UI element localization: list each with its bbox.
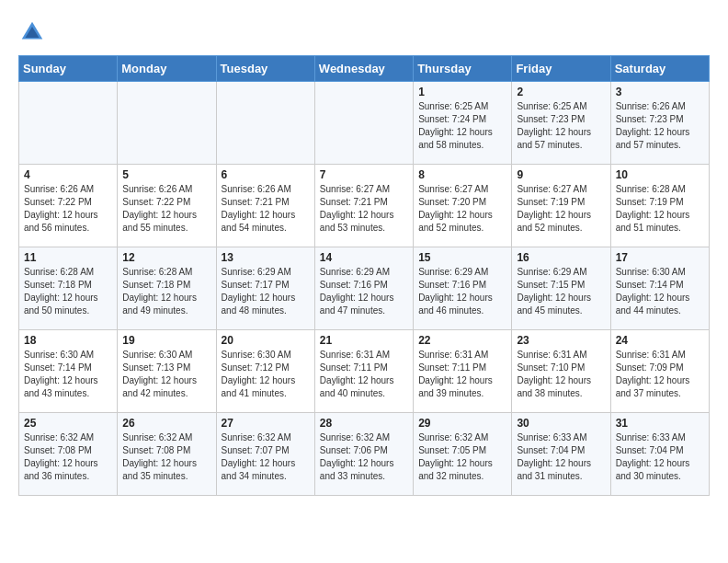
day-number: 2 — [517, 86, 605, 98]
calendar-cell — [216, 82, 314, 165]
day-of-week-header: Sunday — [19, 56, 118, 82]
day-number: 21 — [320, 334, 408, 347]
day-of-week-header: Thursday — [414, 56, 512, 82]
day-info: Sunrise: 6:31 AM Sunset: 7:09 PM Dayligh… — [616, 349, 704, 400]
day-number: 9 — [517, 168, 605, 181]
day-info: Sunrise: 6:33 AM Sunset: 7:04 PM Dayligh… — [616, 431, 704, 483]
day-number: 13 — [222, 251, 310, 264]
calendar-cell: 4Sunrise: 6:26 AM Sunset: 7:22 PM Daylig… — [19, 165, 118, 247]
day-info: Sunrise: 6:29 AM Sunset: 7:17 PM Dayligh… — [222, 266, 310, 317]
day-info: Sunrise: 6:29 AM Sunset: 7:16 PM Dayligh… — [320, 266, 408, 317]
day-of-week-header: Wednesday — [314, 56, 413, 82]
day-info: Sunrise: 6:30 AM Sunset: 7:14 PM Dayligh… — [616, 266, 704, 317]
calendar-cell: 16Sunrise: 6:29 AM Sunset: 7:15 PM Dayli… — [512, 247, 610, 330]
day-number: 6 — [222, 168, 310, 181]
day-of-week-header: Friday — [512, 56, 610, 82]
calendar-cell: 9Sunrise: 6:27 AM Sunset: 7:19 PM Daylig… — [512, 165, 610, 247]
day-info: Sunrise: 6:32 AM Sunset: 7:05 PM Dayligh… — [418, 431, 506, 483]
day-number: 16 — [517, 251, 605, 264]
day-number: 14 — [320, 251, 408, 264]
day-number: 5 — [122, 168, 210, 181]
calendar-cell: 19Sunrise: 6:30 AM Sunset: 7:13 PM Dayli… — [118, 330, 216, 413]
calendar-cell: 7Sunrise: 6:27 AM Sunset: 7:21 PM Daylig… — [314, 165, 413, 247]
day-info: Sunrise: 6:27 AM Sunset: 7:19 PM Dayligh… — [517, 183, 605, 235]
calendar-week-row: 25Sunrise: 6:32 AM Sunset: 7:08 PM Dayli… — [19, 413, 710, 496]
day-number: 29 — [418, 417, 506, 430]
day-info: Sunrise: 6:28 AM Sunset: 7:18 PM Dayligh… — [24, 266, 112, 317]
day-info: Sunrise: 6:26 AM Sunset: 7:23 PM Dayligh… — [616, 100, 704, 152]
calendar-cell: 8Sunrise: 6:27 AM Sunset: 7:20 PM Daylig… — [414, 165, 512, 247]
day-info: Sunrise: 6:30 AM Sunset: 7:12 PM Dayligh… — [222, 349, 310, 400]
calendar-table: SundayMondayTuesdayWednesdayThursdayFrid… — [18, 55, 710, 496]
day-number: 11 — [24, 251, 112, 264]
day-number: 18 — [24, 334, 112, 347]
calendar-cell — [118, 82, 216, 165]
day-of-week-header: Saturday — [610, 56, 709, 82]
calendar-cell: 26Sunrise: 6:32 AM Sunset: 7:08 PM Dayli… — [118, 413, 216, 496]
day-number: 24 — [616, 334, 704, 347]
day-number: 30 — [517, 417, 605, 430]
day-info: Sunrise: 6:25 AM Sunset: 7:23 PM Dayligh… — [517, 100, 605, 152]
calendar-week-row: 18Sunrise: 6:30 AM Sunset: 7:14 PM Dayli… — [19, 330, 710, 413]
calendar-cell: 17Sunrise: 6:30 AM Sunset: 7:14 PM Dayli… — [610, 247, 709, 330]
day-number: 3 — [616, 86, 704, 98]
calendar-cell: 12Sunrise: 6:28 AM Sunset: 7:18 PM Dayli… — [118, 247, 216, 330]
calendar-cell — [19, 82, 118, 165]
calendar-cell: 24Sunrise: 6:31 AM Sunset: 7:09 PM Dayli… — [610, 330, 709, 413]
day-number: 10 — [616, 168, 704, 181]
calendar-cell: 28Sunrise: 6:32 AM Sunset: 7:06 PM Dayli… — [314, 413, 413, 496]
calendar-cell — [314, 82, 413, 165]
day-info: Sunrise: 6:31 AM Sunset: 7:11 PM Dayligh… — [418, 349, 506, 400]
calendar-cell: 5Sunrise: 6:26 AM Sunset: 7:22 PM Daylig… — [118, 165, 216, 247]
calendar-week-row: 4Sunrise: 6:26 AM Sunset: 7:22 PM Daylig… — [19, 165, 710, 247]
day-number: 22 — [418, 334, 506, 347]
calendar-cell: 21Sunrise: 6:31 AM Sunset: 7:11 PM Dayli… — [314, 330, 413, 413]
calendar-cell: 10Sunrise: 6:28 AM Sunset: 7:19 PM Dayli… — [610, 165, 709, 247]
day-number: 23 — [517, 334, 605, 347]
calendar-cell: 20Sunrise: 6:30 AM Sunset: 7:12 PM Dayli… — [216, 330, 314, 413]
page-header — [18, 18, 710, 46]
day-info: Sunrise: 6:32 AM Sunset: 7:08 PM Dayligh… — [122, 431, 210, 483]
day-number: 4 — [24, 168, 112, 181]
day-number: 12 — [122, 251, 210, 264]
day-info: Sunrise: 6:26 AM Sunset: 7:22 PM Dayligh… — [24, 183, 112, 235]
day-info: Sunrise: 6:32 AM Sunset: 7:07 PM Dayligh… — [222, 431, 310, 483]
day-info: Sunrise: 6:32 AM Sunset: 7:06 PM Dayligh… — [320, 431, 408, 483]
calendar-cell: 29Sunrise: 6:32 AM Sunset: 7:05 PM Dayli… — [414, 413, 512, 496]
day-info: Sunrise: 6:29 AM Sunset: 7:16 PM Dayligh… — [418, 266, 506, 317]
day-info: Sunrise: 6:32 AM Sunset: 7:08 PM Dayligh… — [24, 431, 112, 483]
day-number: 17 — [616, 251, 704, 264]
day-of-week-header: Monday — [118, 56, 216, 82]
day-info: Sunrise: 6:30 AM Sunset: 7:13 PM Dayligh… — [122, 349, 210, 400]
calendar-header-row: SundayMondayTuesdayWednesdayThursdayFrid… — [19, 56, 710, 82]
day-info: Sunrise: 6:26 AM Sunset: 7:21 PM Dayligh… — [222, 183, 310, 235]
logo-icon — [18, 18, 46, 46]
day-info: Sunrise: 6:27 AM Sunset: 7:21 PM Dayligh… — [320, 183, 408, 235]
day-info: Sunrise: 6:26 AM Sunset: 7:22 PM Dayligh… — [122, 183, 210, 235]
calendar-cell: 27Sunrise: 6:32 AM Sunset: 7:07 PM Dayli… — [216, 413, 314, 496]
calendar-week-row: 1Sunrise: 6:25 AM Sunset: 7:24 PM Daylig… — [19, 82, 710, 165]
calendar-cell: 1Sunrise: 6:25 AM Sunset: 7:24 PM Daylig… — [414, 82, 512, 165]
day-number: 20 — [222, 334, 310, 347]
calendar-cell: 25Sunrise: 6:32 AM Sunset: 7:08 PM Dayli… — [19, 413, 118, 496]
day-info: Sunrise: 6:31 AM Sunset: 7:10 PM Dayligh… — [517, 349, 605, 400]
day-number: 28 — [320, 417, 408, 430]
day-number: 19 — [122, 334, 210, 347]
calendar-cell: 2Sunrise: 6:25 AM Sunset: 7:23 PM Daylig… — [512, 82, 610, 165]
day-info: Sunrise: 6:29 AM Sunset: 7:15 PM Dayligh… — [517, 266, 605, 317]
day-info: Sunrise: 6:31 AM Sunset: 7:11 PM Dayligh… — [320, 349, 408, 400]
calendar-cell: 31Sunrise: 6:33 AM Sunset: 7:04 PM Dayli… — [610, 413, 709, 496]
calendar-week-row: 11Sunrise: 6:28 AM Sunset: 7:18 PM Dayli… — [19, 247, 710, 330]
calendar-cell: 30Sunrise: 6:33 AM Sunset: 7:04 PM Dayli… — [512, 413, 610, 496]
calendar-cell: 18Sunrise: 6:30 AM Sunset: 7:14 PM Dayli… — [19, 330, 118, 413]
day-number: 27 — [222, 417, 310, 430]
calendar-cell: 6Sunrise: 6:26 AM Sunset: 7:21 PM Daylig… — [216, 165, 314, 247]
day-number: 1 — [418, 86, 506, 98]
calendar-cell: 3Sunrise: 6:26 AM Sunset: 7:23 PM Daylig… — [610, 82, 709, 165]
day-of-week-header: Tuesday — [216, 56, 314, 82]
day-number: 31 — [616, 417, 704, 430]
logo — [18, 18, 50, 46]
day-number: 25 — [24, 417, 112, 430]
day-info: Sunrise: 6:30 AM Sunset: 7:14 PM Dayligh… — [24, 349, 112, 400]
day-info: Sunrise: 6:28 AM Sunset: 7:19 PM Dayligh… — [616, 183, 704, 235]
